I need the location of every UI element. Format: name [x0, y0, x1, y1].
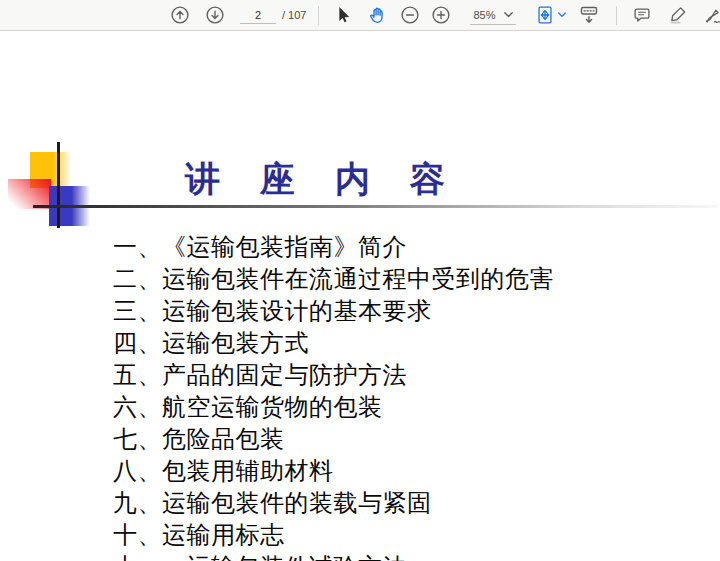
- toc-item: 六、航空运输货物的包装: [113, 391, 673, 423]
- fill-sign-pen-icon: [702, 4, 720, 26]
- minus-circle-icon: [399, 4, 421, 26]
- document-canvas[interactable]: 讲座内容 一、《运输包装指南》简介 二、运输包装件在流通过程中受到的危害 三、运…: [0, 31, 720, 561]
- zoom-level-value: 85%: [473, 9, 495, 21]
- chevron-down-icon: [504, 12, 513, 18]
- decoration-vertical-line: [57, 142, 60, 228]
- zoom-in-button[interactable]: [429, 3, 453, 27]
- highlighter-icon: [667, 4, 689, 26]
- toc-item: 四、运输包装方式: [113, 327, 673, 359]
- hide-toolbar-button[interactable]: [577, 3, 601, 27]
- comment-tool-button[interactable]: [630, 3, 654, 27]
- zoom-out-button[interactable]: [398, 3, 422, 27]
- title-underline-rule: [33, 205, 717, 208]
- select-cursor-icon: [332, 4, 354, 26]
- select-tool-button[interactable]: [331, 3, 355, 27]
- highlight-tool-button[interactable]: [666, 3, 690, 27]
- pdf-viewer-window: / 107: [0, 0, 720, 561]
- plus-circle-icon: [430, 4, 452, 26]
- toolbar-separator: [318, 6, 319, 25]
- arrow-down-circle-icon: [204, 4, 226, 26]
- comment-bubble-icon: [631, 4, 653, 26]
- page-fit-icon: [534, 4, 556, 26]
- hand-tool-button[interactable]: [365, 3, 389, 27]
- hand-tool-icon: [366, 4, 388, 26]
- page-number-input[interactable]: [240, 6, 276, 24]
- previous-page-button[interactable]: [168, 3, 192, 27]
- toc-item: 十一、运输包装件试验方法: [113, 551, 673, 561]
- toolbar-separator: [616, 6, 617, 25]
- page-total-label: / 107: [282, 9, 306, 21]
- toc-item: 二、运输包装件在流通过程中受到的危害: [113, 263, 673, 295]
- page-fit-dropdown-button[interactable]: [532, 3, 568, 27]
- fill-sign-button[interactable]: [701, 3, 720, 27]
- viewer-toolbar: / 107: [0, 0, 720, 31]
- toc-item: 七、危险品包装: [113, 423, 673, 455]
- toc-item: 五、产品的固定与防护方法: [113, 359, 673, 391]
- arrow-up-circle-icon: [169, 4, 191, 26]
- slide-title: 讲座内容: [185, 162, 485, 197]
- toc-item: 九、运输包装件的装载与紧固: [113, 487, 673, 519]
- toc-item: 一、《运输包装指南》简介: [113, 231, 673, 263]
- next-page-button[interactable]: [203, 3, 227, 27]
- toc-item: 十、运输用标志: [113, 519, 673, 551]
- zoom-level-dropdown[interactable]: 85%: [470, 5, 515, 25]
- hide-toolbar-icon: [577, 3, 601, 27]
- chevron-down-icon: [558, 12, 566, 18]
- toc-item: 三、运输包装设计的基本要求: [113, 295, 673, 327]
- table-of-contents: 一、《运输包装指南》简介 二、运输包装件在流通过程中受到的危害 三、运输包装设计…: [113, 231, 673, 561]
- toc-item: 八、包装用辅助材料: [113, 455, 673, 487]
